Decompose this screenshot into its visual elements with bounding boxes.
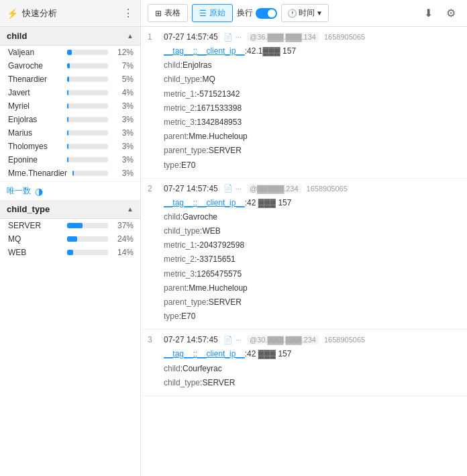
- table-row: metric_2 :-33715651: [164, 252, 460, 267]
- field-val: :42.1▓▓▓ 157: [245, 45, 296, 58]
- table-row: metric_1 :-2043792598: [164, 238, 460, 252]
- unique-count-row[interactable]: 唯一数 ◑: [0, 181, 140, 200]
- left-panel-more-icon[interactable]: ⋮: [123, 7, 134, 19]
- field-val: :42 ▓▓▓ 157: [245, 197, 292, 209]
- table-row: child :Enjolras: [164, 58, 460, 73]
- list-item: MQ 24%: [0, 232, 140, 246]
- bar-container: [67, 157, 108, 162]
- doc-icon: 📄: [223, 336, 233, 344]
- pct-label: 3%: [113, 142, 134, 151]
- more-icon[interactable]: ···: [236, 185, 242, 193]
- settings-button[interactable]: ⚙: [442, 4, 460, 23]
- bar-container: [67, 144, 108, 149]
- table-view-button[interactable]: ⊞ 表格: [148, 4, 188, 22]
- toggle-switch[interactable]: [256, 8, 277, 19]
- section-label-child: child: [7, 31, 27, 41]
- bar-container: [67, 250, 108, 255]
- unique-count-label: 唯一数: [7, 185, 31, 197]
- field-name: Tholomyes: [8, 142, 62, 151]
- log-meta-icons: 📄 ···: [223, 33, 242, 42]
- field-key: child: [164, 59, 180, 72]
- download-button[interactable]: ⬇: [419, 4, 437, 23]
- pct-label: 3%: [113, 155, 134, 164]
- field-key: child: [164, 363, 180, 375]
- field-key[interactable]: __tag__::__client_ip__: [164, 197, 245, 209]
- list-item: Thenardier 5%: [0, 73, 140, 86]
- table-row: metric_1 :-571521342: [164, 87, 460, 101]
- bar-fill: [67, 236, 77, 242]
- bar-fill: [67, 144, 68, 149]
- field-val: :-33715651: [195, 253, 236, 266]
- table-row: parent :Mme.Hucheloup: [164, 281, 460, 295]
- list-item: Javert 4%: [0, 86, 140, 99]
- settings-icon: ⚙: [446, 7, 456, 19]
- bar-fill: [72, 171, 74, 176]
- bar-fill: [67, 250, 73, 255]
- right-panel: ⊞ 表格 ☰ 原始 换行 🕐 时间 ▼ ⬇ ⚙ 1 07-27 14:57: [141, 0, 467, 476]
- bar-container: [67, 77, 108, 82]
- bar-fill: [67, 90, 68, 95]
- time-button[interactable]: 🕐 时间 ▼: [281, 4, 329, 22]
- left-panel-title: 快速分析: [22, 7, 57, 19]
- doc-icon: 📄: [223, 184, 233, 193]
- field-name: Mme.Thenardier: [8, 169, 67, 178]
- table-row: parent_type :SERVER: [164, 144, 460, 158]
- bar-container: [67, 63, 108, 68]
- field-key: metric_3: [164, 116, 195, 129]
- list-item: Valjean 12%: [0, 46, 140, 59]
- field-key[interactable]: __tag__::__client_ip__: [164, 45, 245, 58]
- list-item: Marius 3%: [0, 126, 140, 140]
- bar-fill: [67, 117, 68, 122]
- field-val: :1342848953: [195, 116, 242, 129]
- download-icon: ⬇: [424, 7, 433, 19]
- table-row: __tag__::__client_ip__ :42 ▓▓▓ 157: [164, 347, 460, 361]
- raw-view-button[interactable]: ☰ 原始: [192, 4, 233, 22]
- line-wrap-toggle[interactable]: 换行: [237, 7, 277, 19]
- field-key: parent_type: [164, 144, 206, 157]
- list-item: Tholomyes 3%: [0, 140, 140, 153]
- bar-container: [67, 90, 108, 95]
- raw-icon: ☰: [199, 9, 207, 18]
- clock-icon: 🕐: [287, 9, 297, 18]
- pct-label: 5%: [113, 75, 134, 84]
- table-icon: ⊞: [155, 9, 162, 18]
- log-ip: @36.▓▓▓.▓▓▓.134: [247, 32, 319, 42]
- field-key[interactable]: __tag__::__client_ip__: [164, 348, 245, 361]
- field-val: :SERVER: [206, 296, 241, 309]
- log-fields: __tag__::__client_ip__ :42 ▓▓▓ 157 child…: [148, 196, 460, 324]
- bar-container: [67, 223, 108, 228]
- field-val: :42 ▓▓▓ 157: [245, 348, 292, 361]
- field-key: child_type: [164, 225, 200, 238]
- field-key: type: [164, 159, 179, 172]
- section-header-child-type[interactable]: child_type ▲: [0, 200, 140, 219]
- more-icon[interactable]: ···: [236, 336, 242, 344]
- child-type-items: SERVER 37% MQ 24% WEB 14%: [0, 219, 140, 259]
- section-header-child[interactable]: child ▲: [0, 27, 140, 46]
- log-entry-header: 1 07-27 14:57:45 📄 ··· @36.▓▓▓.▓▓▓.134 1…: [148, 32, 460, 42]
- field-key: metric_2: [164, 253, 195, 266]
- table-row: child :Courfeyrac: [164, 362, 460, 376]
- table-row: child_type :SERVER: [164, 376, 460, 390]
- log-entry-header: 3 07-27 14:57:45 📄 ··· @30.▓▓▓.▓▓▓.234 1…: [148, 335, 460, 344]
- bar-fill: [67, 63, 70, 68]
- pct-label: 3%: [113, 169, 134, 178]
- pct-label: 37%: [113, 221, 134, 230]
- table-row: __tag__::__client_ip__ :42.1▓▓▓ 157: [164, 44, 460, 58]
- table-row: __tag__::__client_ip__ :42 ▓▓▓ 157: [164, 196, 460, 210]
- pie-chart-icon: ◑: [35, 186, 43, 197]
- bar-container: [67, 130, 108, 136]
- table-row: metric_3 :1265475575: [164, 267, 460, 281]
- field-key: child: [164, 211, 180, 224]
- field-val: :Gavroche: [180, 211, 217, 224]
- field-name: Enjolras: [8, 115, 62, 124]
- field-name: Myriel: [8, 101, 62, 111]
- field-val: :Courfeyrac: [180, 363, 222, 375]
- bar-fill: [67, 130, 68, 136]
- log-time: 07-27 14:57:45: [164, 184, 218, 193]
- pct-label: 4%: [113, 88, 134, 97]
- field-name: MQ: [8, 234, 62, 244]
- list-item: Gavroche 7%: [0, 59, 140, 73]
- more-icon[interactable]: ···: [236, 33, 242, 41]
- field-val: :1671533398: [195, 102, 242, 115]
- quick-analysis-icon: ⚡: [7, 8, 18, 19]
